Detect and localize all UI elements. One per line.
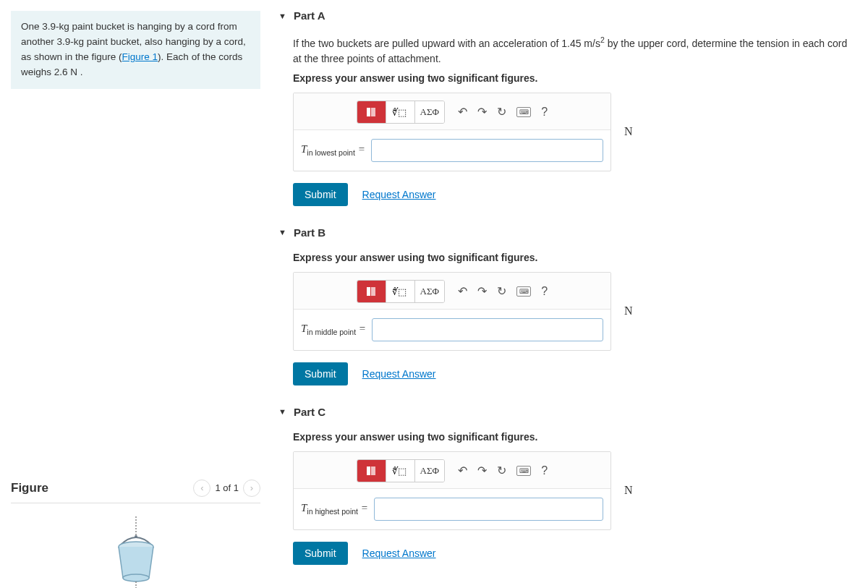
- redo-icon[interactable]: ↷: [477, 284, 487, 298]
- svg-rect-6: [367, 108, 370, 116]
- keyboard-icon[interactable]: ⌨: [516, 466, 532, 476]
- flag-icon[interactable]: [357, 460, 386, 482]
- part-a-prompt: If the two buckets are pulled upward wit…: [293, 35, 857, 67]
- part-b-sigfigs: Express your answer using two significan…: [293, 252, 857, 263]
- svg-rect-12: [367, 466, 370, 475]
- part-a-request-answer[interactable]: Request Answer: [362, 189, 436, 200]
- equation-toolbar: ∜⬚ ΑΣΦ ↶ ↷ ↻ ⌨ ?: [294, 93, 610, 130]
- bucket-illustration: [107, 516, 165, 588]
- part-b-answer-frame: ∜⬚ ΑΣΦ ↶ ↷ ↻ ⌨ ? Tin middle point =: [293, 272, 611, 351]
- part-c-unit: N: [620, 484, 637, 497]
- part-a-submit-button[interactable]: Submit: [293, 183, 348, 206]
- reset-icon[interactable]: ↻: [497, 105, 506, 119]
- redo-icon[interactable]: ↷: [477, 464, 487, 477]
- svg-text:∜⬚: ∜⬚: [392, 107, 407, 118]
- reset-icon[interactable]: ↻: [497, 284, 506, 298]
- part-c-variable: Tin highest point =: [301, 502, 368, 516]
- figure-prev-button[interactable]: ‹: [193, 480, 210, 497]
- figure-next-button[interactable]: ›: [243, 480, 260, 497]
- part-a-unit: N: [620, 125, 637, 138]
- keyboard-icon[interactable]: ⌨: [516, 286, 532, 297]
- undo-icon[interactable]: ↶: [458, 464, 467, 477]
- prompt-prefix: If the two buckets are pulled upward wit…: [293, 38, 584, 49]
- caret-down-icon: ▼: [278, 407, 286, 416]
- figure-counter: 1 of 1: [215, 482, 239, 493]
- part-c-submit-button[interactable]: Submit: [293, 542, 348, 565]
- prompt-unit: m/s: [584, 38, 600, 49]
- svg-point-1: [135, 535, 137, 538]
- svg-rect-13: [371, 466, 375, 475]
- part-b-title: Part B: [294, 226, 326, 239]
- keyboard-icon[interactable]: ⌨: [516, 107, 532, 117]
- help-icon[interactable]: ?: [541, 106, 548, 119]
- svg-rect-10: [371, 287, 375, 296]
- part-b-submit-button[interactable]: Submit: [293, 362, 348, 385]
- part-a-sigfigs: Express your answer using two significan…: [293, 72, 857, 84]
- part-c-header[interactable]: ▼ Part C: [278, 400, 857, 424]
- caret-down-icon: ▼: [278, 228, 286, 237]
- greek-letters-button[interactable]: ΑΣΦ: [415, 281, 444, 302]
- undo-icon[interactable]: ↶: [458, 105, 467, 119]
- figure-panel: Figure ‹ 1 of 1 ›: [11, 480, 260, 588]
- greek-letters-button[interactable]: ΑΣΦ: [415, 460, 444, 482]
- figure-link[interactable]: Figure 1: [122, 51, 158, 62]
- svg-text:∜⬚: ∜⬚: [392, 466, 407, 477]
- part-a-title: Part A: [294, 9, 326, 22]
- svg-rect-9: [367, 287, 370, 296]
- part-b-header[interactable]: ▼ Part B: [278, 221, 857, 244]
- root-template-button[interactable]: ∜⬚: [386, 281, 415, 302]
- problem-statement: One 3.9-kg paint bucket is hanging by a …: [11, 11, 260, 89]
- equation-toolbar: ∜⬚ ΑΣΦ ↶ ↷ ↻ ⌨ ?: [294, 273, 610, 310]
- part-a-header[interactable]: ▼ Part A: [278, 4, 857, 27]
- svg-rect-7: [371, 108, 375, 116]
- part-c-title: Part C: [294, 406, 326, 418]
- part-b-input[interactable]: [372, 318, 603, 341]
- equation-toolbar: ∜⬚ ΑΣΦ ↶ ↷ ↻ ⌨ ?: [294, 452, 610, 489]
- flag-icon[interactable]: [357, 101, 386, 123]
- reset-icon[interactable]: ↻: [497, 464, 506, 477]
- svg-point-3: [123, 574, 149, 581]
- help-icon[interactable]: ?: [541, 464, 548, 477]
- part-a-answer-frame: ∜⬚ ΑΣΦ ↶ ↷ ↻ ⌨ ? Tin lowest: [293, 93, 611, 171]
- figure-title: Figure: [11, 481, 48, 495]
- flag-icon[interactable]: [357, 281, 386, 302]
- redo-icon[interactable]: ↷: [477, 105, 487, 119]
- part-c-request-answer[interactable]: Request Answer: [362, 547, 436, 559]
- svg-text:∜⬚: ∜⬚: [392, 286, 407, 297]
- root-template-button[interactable]: ∜⬚: [386, 101, 415, 123]
- part-b-variable: Tin middle point =: [301, 323, 366, 336]
- undo-icon[interactable]: ↶: [458, 284, 467, 298]
- part-b-unit: N: [620, 304, 637, 318]
- root-template-button[interactable]: ∜⬚: [386, 460, 415, 482]
- caret-down-icon: ▼: [278, 12, 286, 20]
- part-a-variable: Tin lowest point =: [301, 143, 365, 157]
- part-c-input[interactable]: [374, 498, 603, 521]
- greek-letters-button[interactable]: ΑΣΦ: [415, 101, 444, 123]
- part-c-sigfigs: Express your answer using two significan…: [293, 431, 857, 443]
- part-b-request-answer[interactable]: Request Answer: [362, 368, 436, 380]
- part-c-answer-frame: ∜⬚ ΑΣΦ ↶ ↷ ↻ ⌨ ? Tin highest point =: [293, 451, 611, 530]
- part-a-input[interactable]: [371, 139, 603, 162]
- help-icon[interactable]: ?: [541, 285, 548, 298]
